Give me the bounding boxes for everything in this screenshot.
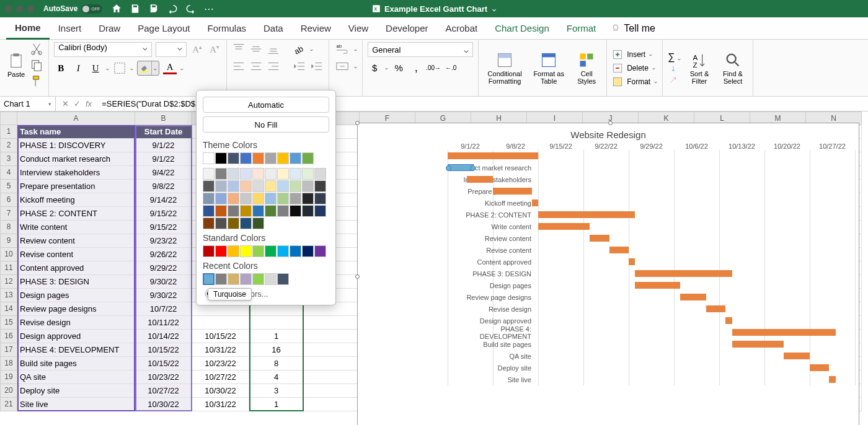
chart-task-row[interactable]: Content approved	[448, 256, 859, 268]
cell-A18[interactable]: Build site pages	[17, 357, 135, 370]
gantt-bar[interactable]	[680, 294, 706, 300]
color-swatch[interactable]	[240, 180, 252, 192]
align-left-icon[interactable]	[232, 59, 246, 73]
document-title[interactable]: X Example Excel Gantt Chart ⌵	[372, 4, 496, 14]
cell-E16[interactable]	[304, 330, 360, 343]
cell-B19[interactable]: 10/23/22	[135, 370, 192, 384]
insert-cells-button[interactable]: Insert⌵	[612, 49, 657, 60]
chart-task-row[interactable]: Review page designs	[448, 291, 859, 303]
cell-B10[interactable]: 9/26/22	[135, 248, 192, 261]
cell-B8[interactable]: 9/15/22	[135, 221, 192, 234]
color-swatch[interactable]	[228, 205, 239, 217]
font-size-select[interactable]: ⌵	[156, 42, 187, 57]
gantt-bar[interactable]	[732, 341, 784, 348]
cell-B15[interactable]: 10/11/22	[135, 316, 192, 330]
cell-A5[interactable]: Prepare presentation	[17, 180, 135, 193]
cell-B7[interactable]: 9/15/22	[135, 207, 192, 221]
chart-task-row[interactable]: Site live	[448, 374, 859, 385]
cell-E15[interactable]	[304, 316, 360, 330]
cell-A17[interactable]: PHASE 4: DEVELOPMENT	[17, 343, 135, 357]
row-header[interactable]: 16	[0, 330, 17, 343]
cell-A9[interactable]: Review content	[17, 234, 135, 248]
tab-chart-design[interactable]: Chart Design	[486, 18, 558, 38]
row-header[interactable]: 9	[0, 234, 17, 248]
copy-icon[interactable]	[30, 58, 43, 72]
bold-button[interactable]: B	[54, 63, 68, 74]
row-header[interactable]: 10	[0, 248, 17, 261]
fill-icon[interactable]	[668, 65, 679, 74]
redo-icon[interactable]	[185, 3, 197, 14]
row-header[interactable]: 5	[0, 180, 17, 193]
chart-task-row[interactable]: PHASE 3: DESIGN	[448, 268, 859, 279]
align-top-icon[interactable]	[232, 42, 246, 56]
delete-cells-button[interactable]: Delete⌵	[612, 63, 657, 74]
decrease-indent-icon[interactable]	[293, 59, 306, 73]
color-swatch[interactable]	[302, 205, 314, 217]
cell-A2[interactable]: PHASE 1: DISCOVERY	[17, 139, 135, 152]
cell-D21[interactable]: 1	[249, 398, 304, 411]
gantt-bar[interactable]	[706, 305, 725, 312]
cell-C20[interactable]: 10/30/22	[192, 384, 249, 398]
color-swatch[interactable]	[203, 245, 215, 257]
color-swatch[interactable]	[277, 205, 289, 217]
cell-B6[interactable]: 9/14/22	[135, 193, 192, 207]
row-header[interactable]: 1	[0, 125, 17, 139]
color-swatch[interactable]	[252, 193, 264, 204]
tab-developer[interactable]: Developer	[377, 18, 436, 38]
color-swatch[interactable]	[290, 152, 301, 164]
color-swatch[interactable]	[228, 245, 239, 257]
select-all-corner[interactable]	[0, 112, 17, 125]
confirm-formula-icon[interactable]: ✓	[74, 99, 81, 108]
tab-acrobat[interactable]: Acrobat	[436, 18, 486, 38]
row-headers[interactable]: 123456789101112131415161718192021	[0, 125, 17, 411]
chart-resize-handle[interactable]	[608, 121, 613, 125]
color-swatch[interactable]	[203, 205, 215, 217]
italic-button[interactable]: I	[71, 63, 85, 74]
cell-B4[interactable]: 9/4/22	[135, 166, 192, 180]
cut-icon[interactable]	[30, 42, 43, 56]
cell-B1[interactable]: Start Date	[135, 125, 192, 139]
color-swatch[interactable]	[252, 180, 264, 192]
find-select-button[interactable]: Find & Select	[718, 50, 748, 86]
chart-task-row[interactable]: Review content	[448, 232, 859, 244]
color-swatch[interactable]	[265, 168, 277, 180]
color-swatch[interactable]	[290, 180, 301, 192]
cell-E21[interactable]	[304, 398, 360, 411]
color-swatch[interactable]	[302, 193, 314, 204]
fx-icon[interactable]: fx	[86, 99, 92, 108]
gantt-bar[interactable]	[732, 329, 836, 336]
autosave-toggle[interactable]: AutoSave OFF	[43, 4, 102, 14]
cell-B9[interactable]: 9/23/22	[135, 234, 192, 248]
color-swatch[interactable]	[228, 193, 239, 204]
cell-C15[interactable]	[192, 316, 249, 330]
cell-C18[interactable]: 10/23/22	[192, 357, 249, 370]
column-header-B[interactable]: B	[135, 112, 192, 125]
chart-task-row[interactable]: Revise content	[448, 244, 859, 256]
row-header[interactable]: 17	[0, 343, 17, 357]
chart-task-row[interactable]: PHASE 1: DISCOVERY	[448, 150, 859, 162]
color-swatch[interactable]	[290, 245, 301, 257]
color-swatch[interactable]	[215, 180, 227, 192]
color-swatch[interactable]	[314, 168, 326, 180]
color-swatch[interactable]	[203, 273, 215, 285]
cell-A15[interactable]: Revise design	[17, 316, 135, 330]
color-swatch[interactable]	[203, 168, 215, 180]
color-swatch[interactable]	[215, 205, 227, 217]
color-swatch[interactable]	[265, 245, 277, 257]
number-format-select[interactable]: General⌵	[368, 42, 473, 57]
color-swatch[interactable]	[314, 180, 326, 192]
increase-font-icon[interactable]: A▴	[190, 44, 204, 55]
cell-E17[interactable]	[304, 343, 360, 357]
format-painter-icon[interactable]	[30, 74, 43, 88]
chart-task-row[interactable]: Build site pages	[448, 338, 859, 350]
color-swatch[interactable]	[277, 245, 289, 257]
cell-B14[interactable]: 10/7/22	[135, 302, 192, 316]
color-swatch[interactable]	[302, 180, 314, 192]
cell-E18[interactable]	[304, 357, 360, 370]
clear-icon[interactable]	[668, 76, 679, 85]
color-swatch[interactable]	[228, 273, 239, 285]
tab-review[interactable]: Review	[292, 18, 340, 38]
color-swatch[interactable]	[265, 152, 277, 164]
color-swatch[interactable]	[314, 245, 326, 257]
gantt-bar[interactable]	[493, 188, 532, 195]
